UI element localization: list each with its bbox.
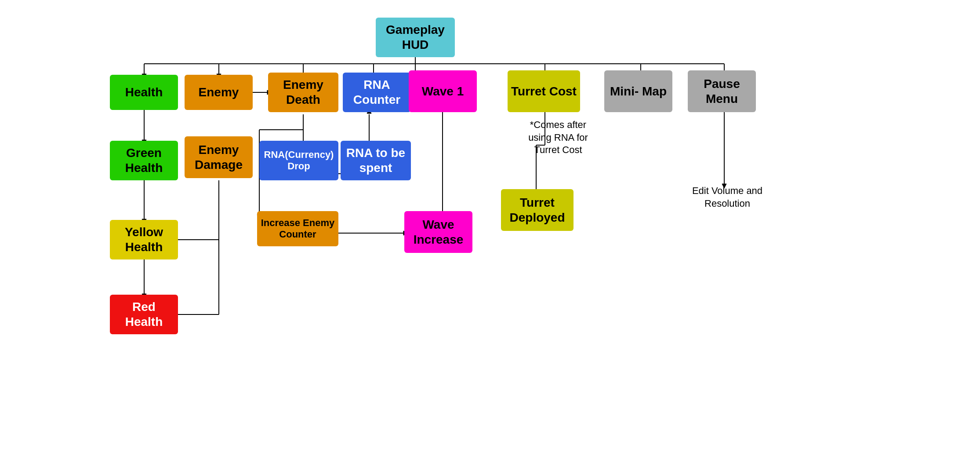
rna-drop-node: RNA(Currency) Drop bbox=[259, 141, 338, 180]
gameplay-hud-node: Gameplay HUD bbox=[376, 18, 455, 57]
turret-deployed-node: Turret Deployed bbox=[501, 189, 573, 231]
enemy-death-node: Enemy Death bbox=[268, 73, 338, 112]
red-health-node: Red Health bbox=[110, 295, 178, 334]
enemy-damage-node: Enemy Damage bbox=[185, 136, 253, 178]
diagram-container: Gameplay HUD Health Enemy Enemy Death RN… bbox=[0, 0, 980, 475]
green-health-node: Green Health bbox=[110, 141, 178, 180]
minimap-node: Mini- Map bbox=[604, 70, 672, 112]
turret-cost-node: Turret Cost bbox=[508, 70, 580, 112]
wave1-node: Wave 1 bbox=[409, 70, 477, 112]
enemy-node: Enemy bbox=[185, 75, 253, 110]
pause-menu-node: Pause Menu bbox=[688, 70, 756, 112]
yellow-health-node: Yellow Health bbox=[110, 220, 178, 259]
increase-enemy-node: Increase Enemy Counter bbox=[257, 211, 338, 246]
rna-counter-node: RNA Counter bbox=[343, 73, 411, 112]
note-text: *Comes after using RNA for Turret Cost bbox=[521, 119, 595, 157]
rna-spent-node: RNA to be spent bbox=[341, 141, 411, 180]
health-node: Health bbox=[110, 75, 178, 110]
edit-volume-text: Edit Volume and Resolution bbox=[686, 185, 769, 210]
wave-increase-node: Wave Increase bbox=[404, 211, 472, 253]
